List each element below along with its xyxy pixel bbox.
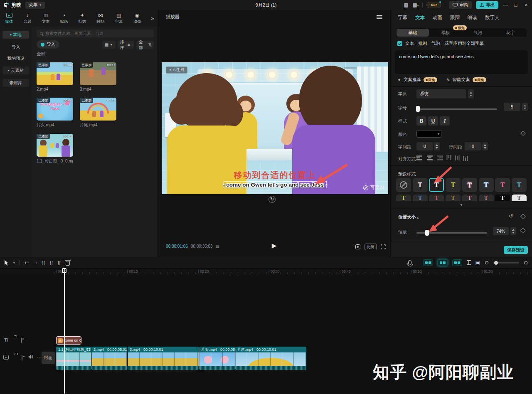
layout-icon[interactable]: ▦▾: [412, 2, 419, 8]
tab-effects[interactable]: ✦特效: [73, 10, 91, 27]
align-left-icon[interactable]: [416, 155, 423, 160]
font-select[interactable]: 系统: [416, 89, 466, 98]
line-spacing-stepper[interactable]: [482, 142, 488, 150]
search-input[interactable]: 搜索文件名称、画面元素、台词: [37, 30, 154, 37]
subtab-bubble[interactable]: 气泡: [462, 28, 494, 37]
align-right-icon[interactable]: [436, 155, 443, 160]
rotate-handle[interactable]: ↻: [268, 196, 276, 203]
line-spacing-value[interactable]: 0: [465, 142, 481, 150]
tab-transition[interactable]: ⋈转场: [91, 10, 110, 27]
tab-reading[interactable]: 朗读: [468, 15, 477, 21]
timeline-clip[interactable]: 片尾.mp400:00:10:01: [235, 347, 306, 370]
eye-icon[interactable]: [22, 355, 22, 361]
ratio-button[interactable]: 比例: [365, 244, 377, 250]
cover-button[interactable]: 封面: [42, 352, 55, 364]
font-stepper[interactable]: [468, 89, 474, 98]
preset-style[interactable]: T: [495, 178, 510, 192]
tab-animation[interactable]: 动画: [433, 15, 442, 21]
subtitle-textbox[interactable]: come on Gwen let's go and see Jess: [223, 181, 326, 188]
preset-style[interactable]: T: [446, 195, 461, 201]
preset-style[interactable]: T: [479, 178, 494, 192]
subtitle-clip[interactable]: A come on G: [56, 336, 81, 345]
review-button[interactable]: 审阅: [449, 1, 472, 9]
menu-button[interactable]: 菜单 ▾: [25, 2, 45, 9]
sidebar-item-presets[interactable]: 我的预设: [2, 54, 29, 62]
media-thumbnail[interactable]: 已添加 00:11: [80, 62, 116, 85]
timeline-clip[interactable]: 1.1_对口型视频_5380: [56, 347, 91, 370]
preset-style[interactable]: T: [512, 195, 527, 201]
underline-button[interactable]: U: [428, 116, 438, 126]
apply-all-checkbox[interactable]: [397, 41, 402, 46]
redo-icon[interactable]: ↪: [33, 260, 37, 266]
size-stepper[interactable]: [522, 103, 528, 111]
eye-icon[interactable]: [21, 337, 22, 343]
resize-handle-left[interactable]: [222, 184, 224, 186]
fit-timeline-icon[interactable]: ⊙: [524, 260, 528, 266]
scale-slider-handle[interactable]: [425, 230, 429, 236]
video-canvas[interactable]: ✦AI生成 移动到合适的位置上 come on Gwen let's go an…: [162, 62, 388, 194]
export-button[interactable]: 导出: [476, 1, 498, 9]
tab-captions[interactable]: 字幕: [398, 15, 407, 21]
more-options-icon[interactable]: ⋯: [37, 355, 42, 361]
preset-none[interactable]: [396, 178, 411, 192]
size-slider-handle[interactable]: [416, 106, 420, 112]
tab-text[interactable]: TI文本: [37, 10, 55, 27]
play-button[interactable]: ▶: [272, 242, 277, 249]
media-item[interactable]: 已添加 00:11 3.mp4: [80, 62, 116, 91]
split-right-icon[interactable]: ][: [58, 260, 61, 265]
focus-icon[interactable]: [355, 244, 360, 249]
tab-sticker[interactable]: ◔贴纸: [55, 10, 73, 27]
media-item[interactable]: 已添加 00:06 2.mp4: [37, 62, 73, 91]
player-menu-icon[interactable]: [377, 15, 382, 19]
italic-button[interactable]: I: [440, 116, 450, 126]
shortcut-icon[interactable]: ▤: [404, 2, 409, 8]
timeline-clip[interactable]: 3.mp400:00:10:01: [128, 347, 199, 370]
preset-style[interactable]: T: [446, 178, 461, 192]
media-item[interactable]: 已添加 00:11 片尾.mp4: [80, 98, 116, 128]
subtitle-content-input[interactable]: come on Gwen let's go and see Jess: [395, 50, 528, 74]
view-mode-button[interactable]: ▦▾: [102, 41, 116, 49]
playhead-handle[interactable]: [62, 268, 66, 273]
import-button[interactable]: 导入: [37, 40, 59, 49]
preset-style[interactable]: T: [479, 195, 494, 201]
split-left-icon[interactable]: ][: [50, 260, 53, 265]
tab-digital-human[interactable]: 数字人: [485, 15, 500, 21]
scale-stepper[interactable]: [510, 227, 516, 235]
sidebar-item-cloud[interactable]: ▸云素材: [2, 66, 29, 74]
tab-tracking[interactable]: 跟踪: [450, 15, 460, 21]
mute-icon[interactable]: [28, 355, 33, 359]
fullscreen-icon[interactable]: [381, 244, 386, 249]
link-preview-toggle[interactable]: [423, 259, 433, 266]
size-slider-track[interactable]: [417, 108, 497, 110]
media-thumbnail[interactable]: 已添加 00:06: [37, 62, 73, 85]
sidebar-item-library[interactable]: 素材库: [2, 79, 29, 87]
align-bottom-icon[interactable]: [463, 155, 468, 161]
link-clips-toggle[interactable]: [452, 259, 462, 266]
preset-style[interactable]: T: [462, 178, 477, 192]
playhead-line[interactable]: [64, 268, 65, 394]
keyframe-diamond-icon[interactable]: [520, 131, 526, 136]
sidebar-item-import[interactable]: 导入: [2, 43, 29, 51]
chevron-down-icon[interactable]: ▾: [13, 261, 15, 265]
size-value[interactable]: 5: [504, 103, 520, 111]
split-icon[interactable]: ][: [42, 260, 45, 265]
preset-style[interactable]: T: [495, 195, 510, 201]
color-swatch[interactable]: ▾: [416, 130, 441, 138]
sidebar-item-local[interactable]: ▾本地: [2, 31, 29, 39]
maximize-button[interactable]: □: [512, 2, 519, 8]
preset-style[interactable]: T: [413, 178, 428, 192]
record-mic-icon[interactable]: [408, 260, 411, 265]
timeline-clip[interactable]: 片头.mp400:00:05:01: [199, 347, 235, 370]
subtab-fancy[interactable]: 花字: [494, 28, 527, 37]
frames-icon[interactable]: ▦: [216, 244, 219, 249]
undo-icon[interactable]: ↩: [25, 260, 29, 266]
more-tabs-button[interactable]: »: [147, 10, 158, 27]
tab-text[interactable]: 文本: [415, 15, 425, 21]
media-thumbnail[interactable]: 已添加 00:06 Fun English: The Race: [37, 98, 73, 121]
bold-button[interactable]: B: [416, 116, 426, 126]
letter-spacing-value[interactable]: 0: [416, 142, 433, 150]
media-thumbnail[interactable]: 已添加 00:11: [80, 98, 116, 121]
filter-button[interactable]: 全部: [136, 41, 154, 49]
media-item[interactable]: 已添加 00:06 Fun English: The Race 片头.mp4: [37, 98, 73, 128]
keyframe-diamond-icon[interactable]: [520, 214, 526, 219]
